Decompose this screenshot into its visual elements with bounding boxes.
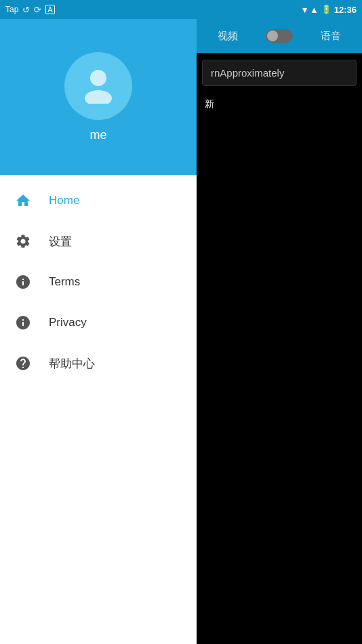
signal-icon: ▲	[310, 5, 319, 15]
svg-point-0	[90, 70, 106, 86]
tab-toggle-switch[interactable]	[266, 29, 293, 43]
settings-icon	[14, 232, 33, 251]
terms-label: Terms	[49, 275, 80, 289]
person-icon	[78, 63, 119, 109]
sidebar-item-home[interactable]: Home	[0, 180, 197, 221]
refresh-icon: ↺	[22, 5, 30, 15]
sidebar-item-terms[interactable]: Terms	[0, 262, 197, 302]
tab-bar: 视频 语音	[197, 19, 362, 53]
content-area	[197, 116, 362, 644]
wifi-icon: ▾	[302, 5, 307, 15]
help-icon	[14, 354, 33, 373]
sidebar-item-help[interactable]: 帮助中心	[0, 343, 197, 384]
sync-icon: ⟳	[34, 5, 41, 15]
help-label: 帮助中心	[49, 356, 95, 371]
home-label: Home	[49, 194, 79, 207]
sidebar-item-settings[interactable]: 设置	[0, 221, 197, 262]
status-bar-left: Tap ↺ ⟳ A	[5, 5, 55, 15]
home-icon	[14, 191, 33, 210]
privacy-icon	[14, 313, 33, 332]
app-name-label: Tap	[5, 5, 18, 14]
a-icon: A	[45, 5, 54, 14]
status-bar-right: ▾ ▲ 🔋 12:36	[302, 5, 357, 15]
avatar[interactable]	[64, 52, 132, 120]
subtitle-text: 新	[197, 93, 362, 116]
drawer: me Home 设置	[0, 19, 197, 644]
user-name: me	[89, 128, 106, 142]
tab-audio[interactable]: 语音	[321, 30, 341, 43]
search-box[interactable]: rnApproximately	[202, 60, 357, 86]
terms-icon	[14, 273, 33, 291]
clock: 12:36	[334, 5, 357, 15]
tab-video[interactable]: 视频	[218, 30, 238, 43]
search-area: rnApproximately	[197, 53, 362, 93]
svg-point-1	[85, 90, 112, 104]
settings-label: 设置	[49, 234, 72, 249]
battery-icon: 🔋	[321, 5, 331, 14]
drawer-header: me	[0, 19, 197, 175]
privacy-label: Privacy	[49, 316, 87, 329]
toggle-knob	[267, 31, 278, 41]
drawer-menu: Home 设置 Terms	[0, 175, 197, 644]
sidebar-item-privacy[interactable]: Privacy	[0, 302, 197, 343]
status-bar: Tap ↺ ⟳ A ▾ ▲ 🔋 12:36	[0, 0, 362, 19]
right-panel: 视频 语音 rnApproximately 新 Calendar	[197, 19, 362, 644]
